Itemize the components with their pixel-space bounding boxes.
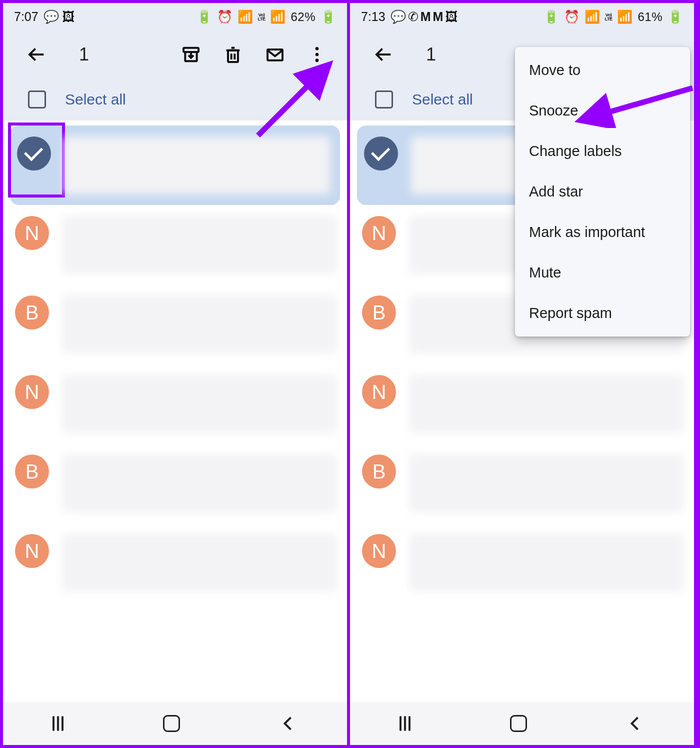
wifi-icon: 📶 — [584, 10, 600, 24]
email-item[interactable]: N — [350, 364, 694, 444]
selection-count: 1 — [79, 44, 89, 65]
email-preview-blurred — [409, 534, 684, 592]
menu-item-mute[interactable]: Mute — [515, 252, 690, 293]
image-icon: 🖼 — [62, 10, 74, 24]
email-avatar[interactable]: N — [362, 216, 396, 250]
whatsapp-icon: ✆ — [408, 10, 418, 24]
email-item[interactable] — [10, 126, 340, 205]
select-all-row[interactable]: Select all — [3, 78, 347, 120]
signal-icon: 📶 — [617, 10, 632, 24]
email-item[interactable]: N — [350, 523, 694, 602]
email-preview-blurred — [62, 534, 337, 592]
email-avatar[interactable]: N — [15, 216, 49, 250]
selection-count: 1 — [426, 44, 436, 65]
chat-icon: 💬 — [390, 10, 406, 24]
email-item[interactable]: N — [3, 205, 347, 284]
menu-item-change-labels[interactable]: Change labels — [515, 131, 690, 172]
battery-pct: 61% — [638, 10, 662, 24]
volte-icon: Vo)LTE — [605, 13, 612, 21]
right-screenshot: 7:13 💬 ✆ M M 🖼 🔋 ⏰ 📶 Vo)LTE 📶 61% 🔋 1 — [348, 2, 696, 746]
status-time: 7:13 — [361, 10, 386, 24]
status-bar: 7:13 💬 ✆ M M 🖼 🔋 ⏰ 📶 Vo)LTE 📶 61% 🔋 — [350, 3, 694, 30]
chat-icon: 💬 — [44, 10, 59, 24]
menu-item-report-spam[interactable]: Report spam — [515, 293, 690, 334]
email-item[interactable]: B — [3, 284, 347, 364]
annotation-highlight-box — [8, 122, 65, 198]
email-avatar-selected[interactable] — [364, 136, 398, 170]
email-avatar[interactable]: B — [15, 454, 49, 488]
mark-unread-button[interactable] — [260, 40, 290, 70]
wifi-icon: 📶 — [238, 10, 253, 24]
select-all-label[interactable]: Select all — [412, 91, 473, 108]
gmail-icon: M — [433, 10, 444, 24]
system-nav-bar — [3, 702, 347, 745]
battery-icon: 🔋 — [320, 10, 336, 24]
menu-item-snooze[interactable]: Snooze — [515, 90, 690, 131]
email-preview-blurred — [62, 375, 337, 432]
email-item[interactable]: B — [3, 444, 347, 523]
selection-toolbar: 1 — [3, 30, 347, 78]
volte-icon: Vo)LTE — [258, 13, 266, 21]
nav-recents-button[interactable] — [400, 716, 410, 731]
battery-saver-icon: 🔋 — [196, 10, 212, 24]
menu-item-mark-important[interactable]: Mark as important — [515, 212, 690, 252]
status-bar: 7:07 💬 🖼 🔋 ⏰ 📶 Vo)LTE 📶 62% 🔋 — [3, 3, 347, 30]
email-item[interactable]: N — [3, 364, 347, 444]
email-avatar[interactable]: B — [362, 296, 396, 330]
select-all-checkbox[interactable] — [375, 90, 393, 108]
email-avatar[interactable]: B — [15, 296, 49, 330]
system-nav-bar — [350, 702, 694, 745]
alarm-icon: ⏰ — [217, 10, 232, 24]
menu-item-move-to[interactable]: Move to — [515, 50, 690, 90]
gmail-icon: M — [420, 10, 431, 24]
email-preview-blurred — [62, 296, 337, 353]
more-options-button[interactable] — [302, 40, 332, 70]
email-item[interactable]: N — [3, 523, 347, 602]
email-preview-blurred — [409, 375, 684, 432]
nav-recents-button[interactable] — [52, 716, 64, 731]
battery-pct: 62% — [290, 10, 316, 24]
email-avatar[interactable]: N — [362, 375, 396, 409]
email-item[interactable]: B — [350, 444, 694, 523]
menu-item-add-star[interactable]: Add star — [515, 172, 690, 212]
back-button[interactable] — [369, 40, 399, 70]
select-all-label[interactable]: Select all — [65, 91, 126, 108]
nav-back-button[interactable] — [626, 714, 644, 732]
email-preview-blurred — [62, 216, 337, 274]
nav-back-button[interactable] — [280, 714, 298, 732]
archive-button[interactable] — [176, 40, 206, 70]
email-preview-blurred — [64, 136, 330, 194]
delete-button[interactable] — [218, 40, 248, 70]
nav-home-button[interactable] — [163, 715, 180, 732]
email-avatar[interactable]: N — [15, 375, 49, 409]
email-avatar[interactable]: N — [362, 534, 396, 568]
email-preview-blurred — [409, 454, 684, 512]
overflow-menu: Move to Snooze Change labels Add star Ma… — [515, 47, 690, 336]
left-screenshot: 7:07 💬 🖼 🔋 ⏰ 📶 Vo)LTE 📶 62% 🔋 1 — [2, 2, 348, 746]
image-icon: 🖼 — [445, 10, 458, 24]
battery-saver-icon: 🔋 — [544, 10, 559, 24]
status-time: 7:07 — [14, 10, 38, 24]
email-preview-blurred — [62, 454, 337, 512]
email-avatar[interactable]: N — [15, 534, 49, 568]
email-list: N B N B N — [3, 126, 347, 602]
nav-home-button[interactable] — [510, 715, 527, 732]
signal-icon: 📶 — [270, 10, 286, 24]
select-all-checkbox[interactable] — [28, 90, 46, 108]
battery-icon: 🔋 — [668, 10, 683, 24]
back-button[interactable] — [22, 40, 52, 70]
alarm-icon: ⏰ — [564, 10, 580, 24]
email-avatar[interactable]: B — [362, 454, 396, 488]
